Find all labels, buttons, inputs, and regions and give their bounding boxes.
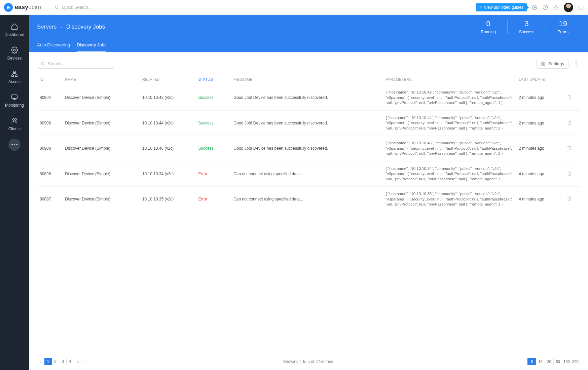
svg-rect-11	[13, 71, 15, 73]
topbar: e easydcim Quick Search... ✕ View our vi…	[0, 0, 588, 15]
video-guides-button[interactable]: ✕ View our video guides	[476, 3, 527, 11]
cell-actions	[564, 136, 580, 161]
breadcrumb-parent[interactable]: Servers	[37, 24, 57, 30]
svg-line-24	[44, 65, 44, 65]
trash-icon	[567, 171, 572, 176]
sidebar-item-monitoring[interactable]: Monitoring	[0, 89, 29, 112]
per-page-button[interactable]: 50	[554, 358, 562, 365]
breadcrumb-current: Discovery Jobs	[66, 24, 105, 30]
delete-button[interactable]	[567, 147, 572, 151]
quick-search[interactable]: Quick Search...	[54, 5, 92, 10]
table-row[interactable]: 80896 Discover Device (Simple) 10.10.10.…	[37, 161, 580, 187]
cell-status: Success	[195, 110, 231, 136]
stat-label: Success	[519, 30, 534, 34]
trash-icon	[567, 120, 572, 125]
delete-button[interactable]	[567, 96, 572, 101]
avatar[interactable]	[564, 3, 573, 12]
per-page-button[interactable]: 5	[527, 358, 536, 365]
cell-related: 10.10.10.42 (v2c)	[140, 85, 196, 111]
cell-last-update: 4 minutes ago	[516, 187, 564, 212]
tab-auto-discovering[interactable]: Auto Discovering	[37, 39, 70, 52]
cell-message: Good Job! Device has been successfully d…	[231, 85, 383, 111]
col-id[interactable]: ID	[37, 74, 62, 85]
delete-button[interactable]	[567, 197, 572, 202]
table-row[interactable]: 80906 Discover Device (Simple) 10.10.10.…	[37, 110, 580, 136]
sidebar-item-assets[interactable]: Assets	[0, 65, 29, 89]
cell-actions	[564, 110, 580, 136]
settings-button[interactable]: Settings	[537, 59, 568, 69]
sidebar-more-button[interactable]	[8, 139, 21, 151]
per-page-button[interactable]: 10	[536, 358, 545, 365]
page-header: Servers › Discovery Jobs 0 Running 3 Suc…	[29, 15, 588, 52]
trash-icon	[567, 196, 572, 201]
cell-parameters: { "hostname": "10.10.10.35", "community"…	[383, 187, 516, 212]
page-button[interactable]: 5	[74, 358, 81, 365]
info-icon[interactable]	[542, 4, 548, 10]
svg-point-23	[41, 62, 44, 65]
toolbar: Search... Settings	[37, 59, 580, 69]
cell-status: Error	[195, 161, 231, 187]
cell-last-update: 2 minutes ago	[516, 110, 564, 136]
cell-id: 80906	[37, 110, 62, 136]
settings-label: Settings	[548, 61, 564, 66]
delete-button[interactable]	[567, 172, 572, 177]
page-button[interactable]: 1	[44, 358, 52, 365]
sidebar-item-label: Clients	[8, 126, 21, 131]
search-icon	[54, 5, 59, 10]
table-row[interactable]: 80897 Discover Device (Simple) 10.10.10.…	[37, 187, 580, 212]
page-prev-button[interactable]: ‹	[37, 358, 44, 365]
page-next-button[interactable]: ›	[81, 358, 89, 365]
tab-discovery-jobs[interactable]: Discovery Jobs	[77, 39, 106, 52]
close-icon[interactable]: ✕	[479, 5, 482, 9]
cell-status: Success	[195, 136, 231, 161]
cell-parameters: { "hostname": "10.10.10.44", "community"…	[383, 110, 516, 136]
per-page-button[interactable]: 200	[571, 358, 580, 365]
cell-name: Discover Device (Simple)	[62, 85, 140, 111]
table-row[interactable]: 80908 Discover Device (Simple) 10.10.10.…	[37, 136, 580, 161]
per-page-selector: 5102050100200	[527, 358, 580, 365]
per-page-button[interactable]: 20	[545, 358, 554, 365]
col-status[interactable]: STATUS ↑	[195, 74, 231, 85]
table-search[interactable]: Search...	[37, 59, 114, 69]
col-name[interactable]: NAME	[62, 74, 140, 85]
sidebar-item-devices[interactable]: Devices	[0, 42, 29, 65]
network-icon	[11, 70, 18, 77]
per-page-button[interactable]: 100	[562, 358, 571, 365]
stat-label: Errors	[557, 30, 568, 34]
col-parameters[interactable]: PARAMETERS	[383, 74, 516, 85]
svg-point-6	[545, 6, 546, 6]
page-button[interactable]: 2	[52, 358, 59, 365]
col-message[interactable]: MESSAGE	[231, 74, 383, 85]
cell-status: Success	[195, 85, 231, 111]
stat-label: Running	[481, 30, 496, 34]
col-related[interactable]: RELATED	[140, 74, 196, 85]
stat-errors[interactable]: 19 Errors	[546, 20, 580, 34]
power-icon[interactable]	[578, 4, 584, 10]
sidebar-item-label: Assets	[8, 79, 21, 84]
delete-button[interactable]	[567, 121, 572, 126]
page-button[interactable]: 3	[59, 358, 67, 365]
sidebar-item-label: Monitoring	[5, 103, 24, 108]
quick-search-placeholder: Quick Search...	[62, 5, 92, 10]
logo[interactable]: e easydcim	[4, 3, 41, 12]
sidebar-item-dashboard[interactable]: Dashboard	[0, 18, 29, 42]
entries-info: Showing 1 to 5 of 22 entries	[89, 359, 527, 364]
main: Servers › Discovery Jobs 0 Running 3 Suc…	[29, 15, 588, 370]
alert-icon[interactable]	[553, 4, 559, 10]
cell-message: Can not connect using specified data...	[231, 187, 383, 212]
page-button[interactable]: 4	[67, 358, 74, 365]
table-row[interactable]: 80904 Discover Device (Simple) 10.10.10.…	[37, 85, 580, 111]
cell-message: Good Job! Device has been successfully d…	[231, 136, 383, 161]
sidebar-item-clients[interactable]: Clients	[0, 112, 29, 136]
more-menu-button[interactable]	[572, 61, 580, 66]
cell-name: Discover Device (Simple)	[62, 187, 140, 212]
stat-running[interactable]: 0 Running	[469, 20, 507, 34]
cell-id: 80908	[37, 136, 62, 161]
stat-success[interactable]: 3 Success	[507, 20, 546, 34]
col-last-update[interactable]: LAST UPDATE	[516, 74, 564, 85]
play-icon[interactable]	[531, 4, 538, 10]
svg-rect-18	[12, 95, 17, 99]
table-search-placeholder: Search...	[48, 61, 65, 66]
logo-text-bold: easy	[15, 4, 28, 11]
trash-icon	[567, 145, 572, 150]
